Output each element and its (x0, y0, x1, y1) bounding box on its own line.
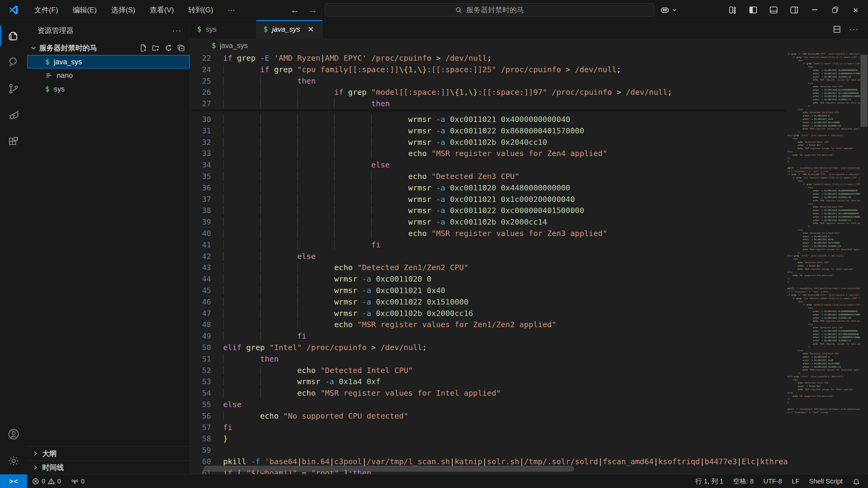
code-line[interactable]: 33 echo "MSR register values for Zen4 ap… (190, 148, 787, 159)
back-button[interactable]: ← (288, 5, 301, 15)
outline-section[interactable]: 大纲 (27, 447, 190, 460)
toggle-panel-button[interactable] (764, 2, 783, 18)
line-number[interactable]: 57 (190, 422, 223, 433)
code-line[interactable]: 44 wrmsr -a 0xc0011020 0 (190, 274, 787, 285)
line-number[interactable]: 25 (190, 76, 223, 87)
more-actions-button[interactable]: ··· (849, 25, 859, 34)
source-control-icon[interactable] (0, 76, 27, 102)
folder-header[interactable]: 服务器封禁时的马 (27, 41, 190, 55)
code-line[interactable]: 54 echo "MSR register values for Intel a… (190, 387, 787, 399)
ports-status[interactable]: 0 (66, 478, 90, 485)
sticky-scroll[interactable]: 22if grep -E 'AMD Ryzen|AMD EPYC' /proc/… (190, 53, 787, 110)
line-number[interactable]: 39 (190, 217, 223, 228)
line-number[interactable]: 36 (190, 182, 223, 194)
line-number[interactable]: 32 (190, 137, 223, 148)
code-lines[interactable]: 30 wrmsr -a 0xc0011021 0x400000000004031… (190, 110, 787, 474)
new-file-icon[interactable] (139, 44, 148, 52)
code-line[interactable]: 26 if grep "model[[:space:]]\{1,\}:[[:sp… (190, 87, 787, 98)
line-number[interactable]: 50 (190, 342, 223, 353)
code-line[interactable]: 22if grep -E 'AMD Ryzen|AMD EPYC' /proc/… (190, 53, 787, 64)
line-number[interactable]: 42 (190, 251, 223, 262)
code-line[interactable]: 37 wrmsr -a 0xc0011021 0x1c000200000040 (190, 194, 787, 205)
line-number[interactable]: 58 (190, 433, 223, 444)
line-number[interactable]: 49 (190, 331, 223, 342)
timeline-section[interactable]: 时间线 (27, 460, 190, 474)
line-number[interactable]: 33 (190, 148, 223, 159)
tab-sys[interactable]: $sys (190, 20, 256, 39)
menu-item[interactable]: 文件(F) (27, 2, 65, 18)
run-debug-icon[interactable] (0, 102, 27, 128)
close-tab-icon[interactable]: ✕ (308, 25, 314, 34)
file-item-java_sys[interactable]: $java_sys (27, 55, 190, 68)
menu-item[interactable]: 选择(S) (104, 2, 143, 18)
code-line[interactable]: 46 wrmsr -a 0xc0011022 0x1510000 (190, 296, 787, 308)
code-line[interactable]: 53 wrmsr -a 0x1a4 0xf (190, 376, 787, 387)
code-line[interactable]: 47 wrmsr -a 0xc001102b 0x2000cc16 (190, 308, 787, 319)
line-number[interactable]: 45 (190, 285, 223, 296)
notifications-bell[interactable] (847, 478, 865, 485)
line-number[interactable]: 53 (190, 376, 223, 387)
code-line[interactable]: 58} (190, 433, 787, 444)
menu-item[interactable]: ··· (220, 3, 242, 17)
explorer-more-button[interactable]: ··· (172, 26, 182, 35)
code-line[interactable]: 43 echo "Detected Zen1/Zen2 CPU" (190, 262, 787, 274)
vertical-scrollbar[interactable] (860, 53, 868, 474)
line-number[interactable]: 48 (190, 319, 223, 331)
line-number[interactable]: 43 (190, 262, 223, 274)
remote-indicator[interactable]: >< (0, 475, 27, 488)
breadcrumb[interactable]: $ java_sys (190, 39, 868, 53)
explorer-icon[interactable] (0, 22, 27, 49)
line-number[interactable]: 52 (190, 365, 223, 376)
line-number[interactable]: 27 (190, 98, 223, 110)
horizontal-scrollbar[interactable] (204, 466, 575, 472)
minimap[interactable]: if grep -E 'AMD Ryzen|AMD EPYC' /proc/cp… (787, 53, 860, 474)
line-number[interactable]: 35 (190, 171, 223, 182)
code-line[interactable]: 59 (190, 444, 787, 456)
scrollbar-thumb[interactable] (861, 55, 867, 127)
copilot-button[interactable] (660, 5, 677, 15)
menu-item[interactable]: 转到(G) (181, 2, 221, 18)
line-number[interactable]: 59 (190, 444, 223, 456)
code-line[interactable]: 49 fi (190, 331, 787, 342)
code-line[interactable]: 41 fi (190, 239, 787, 251)
encoding[interactable]: UTF-8 (758, 478, 787, 485)
settings-gear-icon[interactable] (0, 448, 27, 474)
language-mode[interactable]: Shell Script (804, 478, 847, 485)
code-line[interactable]: 50elif grep "Intel" /proc/cpuinfo > /dev… (190, 342, 787, 353)
code-line[interactable]: 55else (190, 399, 787, 410)
forward-button[interactable]: → (307, 5, 319, 15)
minimize-button[interactable]: ─ (805, 2, 824, 18)
code-line[interactable]: 24 if grep "cpu family[[:space:]]\{1,\}:… (190, 64, 787, 76)
line-number[interactable]: 31 (190, 125, 223, 137)
line-number[interactable]: 22 (190, 53, 223, 64)
line-number[interactable]: 54 (190, 387, 223, 399)
line-number[interactable]: 41 (190, 239, 223, 251)
command-center-search[interactable]: 服务器封禁时的马 (325, 3, 654, 17)
code-line[interactable]: 42 else (190, 251, 787, 262)
eol-sequence[interactable]: LF (787, 478, 804, 485)
code-line[interactable]: 34 else (190, 159, 787, 171)
split-editor-icon[interactable] (832, 25, 841, 34)
code-area[interactable]: 22if grep -E 'AMD Ryzen|AMD EPYC' /proc/… (190, 53, 787, 474)
tab-java_sys[interactable]: $java_sys✕ (256, 20, 322, 39)
refresh-icon[interactable] (164, 44, 173, 52)
code-line[interactable]: 32 wrmsr -a 0xc001102b 0x2040cc10 (190, 137, 787, 148)
line-number[interactable]: 51 (190, 353, 223, 365)
close-window-button[interactable]: ✕ (846, 2, 865, 18)
toggle-primary-sidebar-button[interactable] (744, 2, 763, 18)
code-line[interactable]: 45 wrmsr -a 0xc0011021 0x40 (190, 285, 787, 296)
line-number[interactable]: 46 (190, 296, 223, 308)
code-line[interactable]: 25 then (190, 76, 787, 87)
line-number[interactable]: 56 (190, 410, 223, 422)
code-line[interactable]: 40 echo "MSR register values for Zen3 ap… (190, 228, 787, 239)
file-item-nano[interactable]: nano (27, 68, 190, 82)
cursor-position[interactable]: 行 1, 列 1 (690, 477, 728, 486)
code-line[interactable]: 56 echo "No supported CPU detected" (190, 410, 787, 422)
file-item-sys[interactable]: $sys (27, 82, 190, 96)
new-folder-icon[interactable] (152, 44, 160, 52)
line-number[interactable]: 55 (190, 399, 223, 410)
code-line[interactable]: 48 echo "MSR register values for Zen1/Ze… (190, 319, 787, 331)
code-line[interactable]: 30 wrmsr -a 0xc0011021 0x4000000000040 (190, 114, 787, 125)
collapse-folders-icon[interactable] (177, 44, 185, 52)
menu-item[interactable]: 查看(V) (143, 2, 181, 18)
